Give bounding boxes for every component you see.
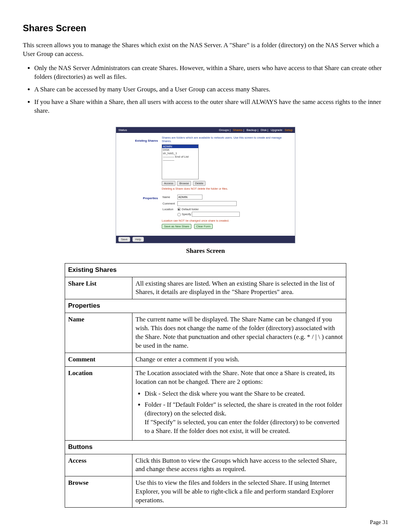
- row-location-item-disk: Disk - Select the disk where you want th…: [145, 390, 343, 398]
- row-share-list-label: Share List: [65, 277, 132, 299]
- fig-nav-backup[interactable]: Backup: [247, 128, 257, 132]
- fig-share-item-end: ———— End of List ————: [162, 155, 198, 162]
- bullet-item: Only the NAS Server Administrators can c…: [34, 64, 388, 81]
- fig-help-button[interactable]: Help: [132, 237, 143, 242]
- row-comment-label: Comment: [65, 353, 132, 367]
- page-number: Page 31: [23, 519, 388, 526]
- fig-radio-specify[interactable]: [177, 213, 181, 216]
- row-browse-text: Use this to view the files and folders i…: [132, 476, 346, 508]
- fig-clear-button[interactable]: Clear Form: [194, 224, 213, 229]
- row-location-item-folder: Folder - If "Default Folder" is selected…: [145, 401, 343, 436]
- row-location-label: Location: [65, 367, 132, 441]
- fig-nav-shares[interactable]: Shares: [233, 128, 242, 132]
- fig-radio-default[interactable]: [177, 208, 181, 211]
- fig-nav-groups[interactable]: Groups: [219, 128, 229, 132]
- fig-share-item-admin[interactable]: ADMIN: [162, 145, 198, 148]
- section-properties: Properties: [65, 299, 346, 313]
- fig-name-input[interactable]: [177, 195, 202, 200]
- intro-paragraph: This screen allows you to manage the Sha…: [23, 41, 388, 59]
- section-buttons: Buttons: [65, 440, 346, 454]
- fig-share-item-disk[interactable]: DISK: [162, 148, 198, 152]
- shares-screen-figure: Status Groups | Shares | Backup | Disk |…: [116, 127, 295, 243]
- row-location-intro: The Location associated with the Share. …: [135, 369, 335, 385]
- fig-share-item-sh[interactable]: sh_hdd1_1: [162, 152, 198, 155]
- intro-bullets: Only the NAS Server Administrators can c…: [23, 64, 388, 115]
- fig-existing-shares-label: Existing Shares: [116, 139, 158, 142]
- fig-name-label: Name: [162, 194, 177, 200]
- fig-nav-upgrade[interactable]: Upgrade: [271, 128, 282, 132]
- figure-caption: Shares Screen: [23, 247, 388, 255]
- fig-save-new-button[interactable]: Save as New Share: [162, 224, 191, 229]
- row-location-cell: The Location associated with the Share. …: [132, 367, 346, 441]
- bullet-item: A Share can be accessed by many User Gro…: [34, 85, 388, 94]
- fig-access-button[interactable]: Access: [162, 181, 175, 186]
- fig-properties-label: Properties: [116, 197, 158, 200]
- fig-nav-disk[interactable]: Disk: [261, 128, 267, 132]
- fig-location-label: Location: [162, 207, 177, 217]
- row-name-label: Name: [65, 313, 132, 353]
- row-access-text: Click this Button to view the Groups whi…: [132, 454, 346, 476]
- fig-delete-warning: Deleting a Share does NOT delete the fol…: [162, 187, 291, 190]
- fig-nav: Groups | Shares | Backup | Disk | Upgrad…: [217, 128, 293, 132]
- fig-specify-input[interactable]: [192, 212, 240, 217]
- row-comment-text: Change or enter a comment if you wish.: [132, 353, 346, 367]
- page-heading: Shares Screen: [23, 23, 388, 34]
- fig-loc-default-label: Default folder: [182, 208, 199, 211]
- fig-save-button[interactable]: Save: [118, 237, 130, 242]
- section-existing-shares: Existing Shares: [65, 263, 346, 277]
- fig-loc-specify-label: Specify: [182, 212, 191, 216]
- fig-comment-label: Comment: [162, 201, 177, 206]
- row-access-label: Access: [65, 454, 132, 476]
- bullet-item: If you have a Share within a Share, then…: [34, 98, 388, 115]
- fig-location-note: Location can NOT be changed once share i…: [162, 219, 291, 222]
- row-browse-label: Browse: [65, 476, 132, 508]
- fig-delete-button[interactable]: Delete: [193, 181, 206, 186]
- fig-description: Shares are folders which are available t…: [162, 136, 291, 143]
- fig-browse-button[interactable]: Browse: [177, 181, 191, 186]
- row-share-list-text: All existing shares are listed. When an …: [132, 277, 346, 299]
- fig-share-listbox[interactable]: ADMIN DISK sh_hdd1_1 ———— End of List ——…: [162, 144, 199, 179]
- fig-nav-setup[interactable]: Setup: [285, 128, 293, 132]
- description-table: Existing Shares Share List All existing …: [65, 263, 346, 508]
- fig-status-label: Status: [118, 128, 127, 132]
- fig-comment-input[interactable]: [177, 201, 237, 206]
- row-name-text: The current name will be displayed. The …: [132, 313, 346, 353]
